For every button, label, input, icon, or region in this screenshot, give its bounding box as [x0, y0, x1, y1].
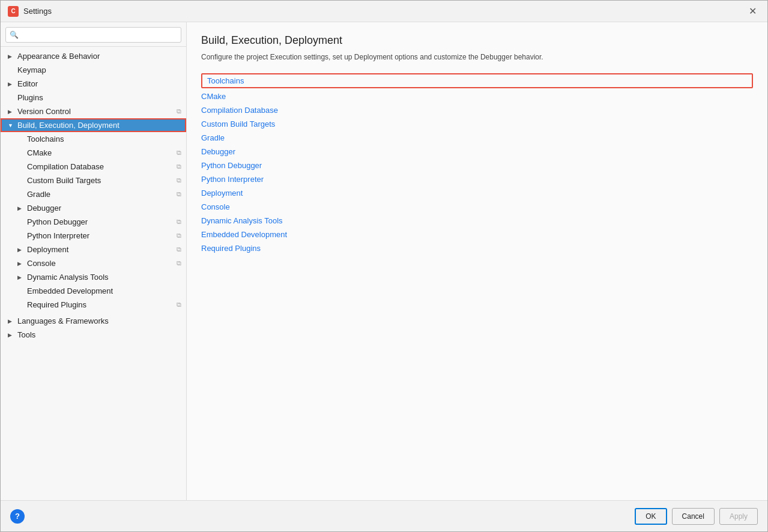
sidebar-item-label: Console [27, 259, 174, 268]
dialog-title: Settings [23, 7, 745, 16]
sidebar-item-label: CMake [27, 148, 174, 157]
sidebar-item-label: Tools [17, 330, 181, 339]
app-icon: C [8, 6, 19, 17]
link-deployment[interactable]: Deployment [201, 187, 753, 199]
copy-icon: ⧉ [177, 218, 181, 226]
sidebar-item-build-exec-deploy[interactable]: ▼ Build, Execution, Deployment [1, 118, 186, 132]
titlebar: C Settings ✕ [1, 1, 767, 22]
copy-icon: ⧉ [177, 246, 181, 253]
sidebar-item-plugins[interactable]: Plugins [1, 91, 186, 104]
sidebar-item-label: Gradle [27, 190, 174, 199]
sidebar-item-keymap[interactable]: Keymap [1, 63, 186, 77]
sidebar-item-version-control[interactable]: ▶ Version Control ⧉ [1, 104, 186, 118]
sidebar-item-deployment[interactable]: ▶ Deployment ⧉ [1, 243, 186, 256]
sidebar-item-label: Toolchains [27, 135, 181, 144]
search-input[interactable] [5, 27, 181, 43]
panel-description: Configure the project Execution settings… [201, 52, 753, 62]
copy-icon: ⧉ [177, 107, 181, 115]
copy-icon: ⧉ [177, 232, 181, 240]
link-cmake[interactable]: CMake [201, 91, 753, 102]
content-area: 🔍 ▶ Appearance & Behavior Keymap ▶ [1, 22, 767, 500]
sidebar-item-python-debugger[interactable]: Python Debugger ⧉ [1, 215, 186, 229]
sidebar-item-label: Python Interpreter [27, 231, 174, 240]
sidebar-item-tools[interactable]: ▶ Tools [1, 328, 186, 342]
sidebar-item-cmake[interactable]: CMake ⧉ [1, 146, 186, 160]
sidebar-item-label: Debugger [27, 204, 181, 213]
sidebar-item-compilation-database[interactable]: Compilation Database ⧉ [1, 160, 186, 174]
sidebar: 🔍 ▶ Appearance & Behavior Keymap ▶ [1, 22, 187, 500]
bottom-bar: ? OK Cancel Apply [1, 500, 767, 531]
sidebar-item-label: Embedded Development [27, 286, 181, 295]
copy-icon: ⧉ [177, 190, 181, 198]
bottom-right: OK Cancel Apply [635, 508, 758, 525]
sidebar-item-console[interactable]: ▶ Console ⧉ [1, 256, 186, 270]
search-box: 🔍 [1, 22, 186, 47]
copy-icon: ⧉ [177, 163, 181, 171]
chevron-icon: ▶ [17, 274, 26, 280]
chevron-icon: ▶ [17, 205, 26, 211]
sidebar-item-python-interpreter[interactable]: Python Interpreter ⧉ [1, 229, 186, 243]
sidebar-item-label: Version Control [17, 107, 174, 116]
sidebar-item-label: Dynamic Analysis Tools [27, 273, 181, 282]
sidebar-item-label: Languages & Frameworks [17, 316, 181, 325]
link-toolchains[interactable]: Toolchains [201, 73, 753, 88]
link-dynamic-analysis-tools[interactable]: Dynamic Analysis Tools [201, 215, 753, 226]
chevron-icon: ▼ [8, 122, 16, 128]
chevron-icon: ▶ [17, 247, 26, 253]
link-console[interactable]: Console [201, 201, 753, 213]
link-required-plugins[interactable]: Required Plugins [201, 243, 753, 254]
copy-icon: ⧉ [177, 177, 181, 184]
link-embedded-development[interactable]: Embedded Development [201, 229, 753, 240]
help-button[interactable]: ? [10, 509, 25, 524]
sidebar-item-label: Keymap [17, 65, 181, 74]
sidebar-item-toolchains[interactable]: Toolchains [1, 132, 186, 146]
cancel-button[interactable]: Cancel [672, 508, 715, 525]
close-button[interactable]: ✕ [745, 4, 760, 18]
sidebar-item-custom-build-targets[interactable]: Custom Build Targets ⧉ [1, 174, 186, 187]
sidebar-item-label: Build, Execution, Deployment [17, 121, 181, 130]
sidebar-item-label: Plugins [17, 93, 181, 102]
chevron-icon: ▶ [8, 81, 16, 87]
settings-dialog: C Settings ✕ 🔍 ▶ Appearance & Behavior [0, 0, 768, 532]
link-custom-build-targets[interactable]: Custom Build Targets [201, 118, 753, 130]
sidebar-item-embedded-development[interactable]: Embedded Development [1, 284, 186, 298]
search-icon: 🔍 [10, 31, 19, 39]
sidebar-item-label: Custom Build Targets [27, 176, 174, 185]
copy-icon: ⧉ [177, 259, 181, 267]
sidebar-item-appearance-behavior[interactable]: ▶ Appearance & Behavior [1, 49, 186, 63]
sidebar-item-gradle[interactable]: Gradle ⧉ [1, 187, 186, 201]
apply-button[interactable]: Apply [719, 508, 758, 525]
sidebar-item-label: Python Debugger [27, 217, 174, 226]
copy-icon: ⧉ [177, 149, 181, 157]
chevron-icon: ▶ [8, 109, 16, 115]
sidebar-item-editor[interactable]: ▶ Editor [1, 77, 186, 91]
sidebar-item-required-plugins[interactable]: Required Plugins ⧉ [1, 298, 186, 312]
sidebar-item-label: Compilation Database [27, 162, 174, 171]
sidebar-item-label: Appearance & Behavior [17, 52, 181, 61]
sidebar-item-dynamic-analysis-tools[interactable]: ▶ Dynamic Analysis Tools [1, 270, 186, 284]
link-gradle[interactable]: Gradle [201, 132, 753, 144]
sidebar-item-label: Required Plugins [27, 300, 174, 309]
link-debugger[interactable]: Debugger [201, 146, 753, 157]
ok-button[interactable]: OK [635, 508, 667, 525]
panel-title: Build, Execution, Deployment [201, 34, 753, 47]
sidebar-item-debugger[interactable]: ▶ Debugger [1, 201, 186, 215]
sidebar-item-languages-frameworks[interactable]: ▶ Languages & Frameworks [1, 314, 186, 328]
chevron-icon: ▶ [8, 53, 16, 59]
chevron-icon: ▶ [8, 318, 16, 324]
sidebar-item-label: Editor [17, 79, 181, 88]
copy-icon: ⧉ [177, 301, 181, 309]
chevron-icon: ▶ [8, 332, 16, 338]
link-python-interpreter[interactable]: Python Interpreter [201, 174, 753, 185]
tree-area: ▶ Appearance & Behavior Keymap ▶ Editor … [1, 47, 186, 500]
link-list: Toolchains CMake Compilation Database Cu… [201, 73, 753, 254]
bottom-left: ? [10, 509, 25, 524]
chevron-icon: ▶ [17, 261, 26, 267]
link-python-debugger[interactable]: Python Debugger [201, 160, 753, 171]
link-compilation-database[interactable]: Compilation Database [201, 104, 753, 116]
main-panel: Build, Execution, Deployment Configure t… [187, 22, 767, 500]
sidebar-item-label: Deployment [27, 245, 174, 254]
